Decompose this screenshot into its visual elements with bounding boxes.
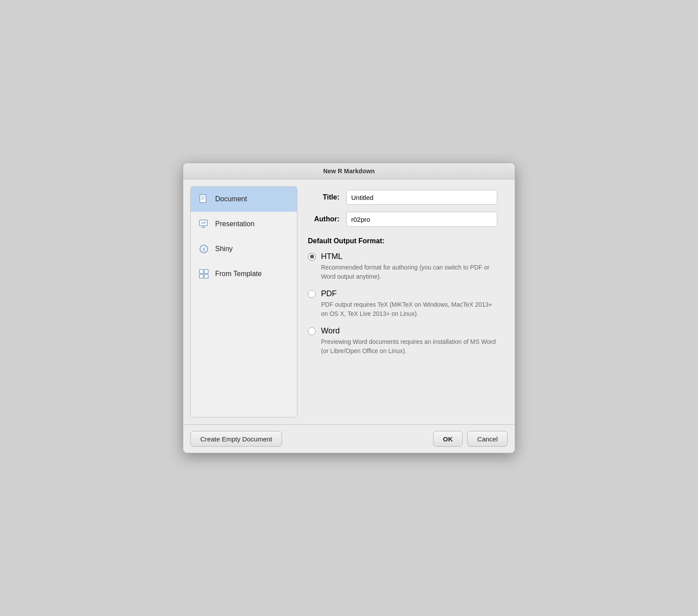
radio-pdf-desc: PDF output requires TeX (MiKTeX on Windo…	[321, 300, 497, 318]
radio-html-button[interactable]	[308, 253, 316, 261]
title-label: Title:	[308, 193, 339, 201]
footer-left: Create Empty Document	[190, 431, 433, 447]
dialog-title: New R Markdown	[323, 168, 375, 175]
radio-word-desc: Previewing Word documents requires an in…	[321, 337, 497, 356]
right-panel: Title: Author: Default Output Format: HT…	[297, 186, 508, 417]
radio-option-word: Word Previewing Word documents requires …	[308, 326, 497, 356]
sidebar-item-presentation[interactable]: Presentation	[191, 212, 297, 237]
svg-rect-12	[199, 274, 203, 278]
cancel-button[interactable]: Cancel	[467, 431, 508, 447]
presentation-icon	[198, 218, 210, 230]
radio-word-button[interactable]	[308, 327, 316, 335]
svg-rect-11	[204, 270, 208, 273]
from-template-icon	[198, 268, 210, 280]
svg-rect-10	[199, 270, 203, 273]
sidebar-item-document[interactable]: Document	[191, 187, 297, 212]
sidebar: Document Presentation	[190, 186, 297, 417]
sidebar-item-shiny-label: Shiny	[215, 245, 233, 253]
output-format-title: Default Output Format:	[308, 237, 497, 245]
sidebar-item-presentation-label: Presentation	[215, 220, 255, 228]
shiny-icon: R	[198, 243, 210, 255]
radio-word-label: Word	[321, 326, 340, 336]
new-r-markdown-dialog: New R Markdown Document	[183, 163, 515, 453]
radio-html-label: HTML	[321, 252, 342, 261]
document-icon	[198, 193, 210, 205]
svg-text:R: R	[202, 247, 206, 252]
radio-group: HTML Recommended format for authoring (y…	[308, 252, 497, 356]
sidebar-item-from-template[interactable]: From Template	[191, 262, 297, 287]
dialog-body: Document Presentation	[183, 179, 515, 424]
radio-option-pdf: PDF PDF output requires TeX (MiKTeX on W…	[308, 289, 497, 318]
radio-word-row[interactable]: Word	[308, 326, 497, 336]
dialog-titlebar: New R Markdown	[183, 163, 515, 179]
author-label: Author:	[308, 215, 339, 223]
ok-button[interactable]: OK	[433, 431, 463, 447]
dialog-footer: Create Empty Document OK Cancel	[183, 424, 515, 453]
title-input[interactable]	[346, 190, 497, 205]
author-input[interactable]	[346, 212, 497, 227]
svg-rect-0	[200, 195, 206, 203]
title-row: Title:	[308, 190, 497, 205]
radio-pdf-label: PDF	[321, 289, 337, 298]
radio-option-html: HTML Recommended format for authoring (y…	[308, 252, 497, 281]
sidebar-item-document-label: Document	[215, 195, 247, 203]
svg-rect-13	[204, 274, 208, 278]
radio-html-desc: Recommended format for authoring (you ca…	[321, 263, 497, 281]
radio-html-row[interactable]: HTML	[308, 252, 497, 261]
sidebar-item-from-template-label: From Template	[215, 270, 262, 278]
author-row: Author:	[308, 212, 497, 227]
sidebar-item-shiny[interactable]: R Shiny	[191, 237, 297, 262]
radio-pdf-row[interactable]: PDF	[308, 289, 497, 298]
create-empty-button[interactable]: Create Empty Document	[190, 431, 282, 447]
footer-right: OK Cancel	[433, 431, 508, 447]
radio-pdf-button[interactable]	[308, 290, 316, 298]
